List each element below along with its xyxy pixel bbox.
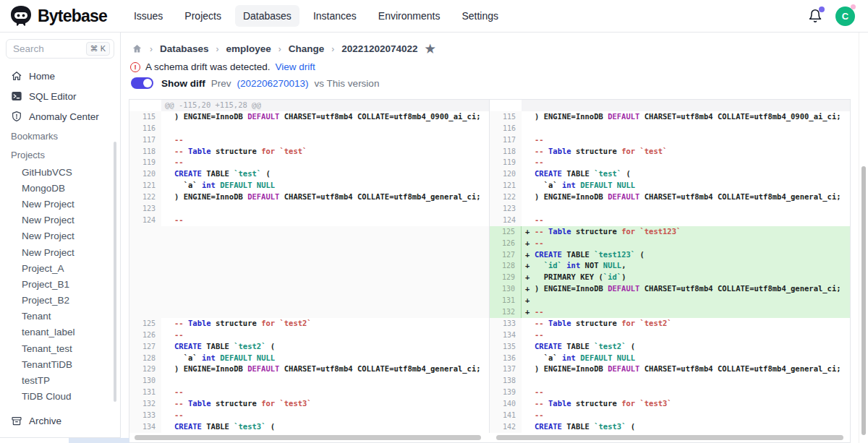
diff-code-r <box>522 203 850 215</box>
breadcrumb-employee[interactable]: employee <box>226 43 271 54</box>
diff-gutter-r: 116 <box>490 123 522 134</box>
archive-icon <box>11 416 22 427</box>
shield-icon <box>11 111 22 122</box>
bytebase-logo[interactable]: Bytebase <box>9 4 107 27</box>
diff-gutter-r: 141 <box>490 410 522 421</box>
diff-code-l: CREATE TABLE `test3` ( <box>161 421 490 433</box>
diff-gutter-r: 137 <box>490 364 522 375</box>
diff-gutter-r: 132 <box>490 306 522 318</box>
sidebar-project-new-project-2[interactable]: New Project <box>0 196 120 212</box>
diff-row: @@ -115,20 +115,28 @@ <box>129 100 850 111</box>
breadcrumb-separator: › <box>278 44 281 54</box>
nav-item-issues[interactable]: Issues <box>126 5 171 27</box>
view-drift-link[interactable]: View drift <box>276 61 315 72</box>
diff-gutter-r: 142 <box>490 421 522 433</box>
diff-gutter-l: 122 <box>129 192 161 203</box>
sidebar-project-project-a-6[interactable]: Project_A <box>0 260 120 276</box>
diff-code-r: `a` int DEFAULT NULL <box>522 353 850 364</box>
diff-row: 119 --119 -- <box>129 157 850 168</box>
breadcrumb-change[interactable]: Change <box>289 43 325 54</box>
breadcrumb-version: 20221202074022 <box>341 43 417 54</box>
breadcrumb-separator: › <box>150 44 153 54</box>
diff-row: 130+) ENGINE=InnoDB DEFAULT CHARSET=utf8… <box>129 283 850 295</box>
sidebar-project-tenanttidb-12[interactable]: TenantTiDB <box>0 356 120 372</box>
diff-code-r: ) ENGINE=InnoDB DEFAULT CHARSET=utf8mb4 … <box>522 111 850 123</box>
drift-message: A schema drift was detected. <box>145 61 271 72</box>
diff-gutter-r: 127 <box>490 249 522 261</box>
diff-code-l: `a` int DEFAULT NULL <box>161 353 490 364</box>
nav-item-settings[interactable]: Settings <box>454 5 506 27</box>
diff-row: 117 --117 -- <box>129 134 850 146</box>
right-pane-horizontal-scrollbar[interactable] <box>496 435 843 440</box>
diff-gutter-r: 115 <box>490 111 522 123</box>
sidebar-item-anomaly-center[interactable]: Anomaly Center <box>0 106 120 126</box>
diff-code-r: ) ENGINE=InnoDB DEFAULT CHARSET=utf8mb4 … <box>522 192 850 203</box>
diff-code-l: -- Table structure for `test3` <box>161 398 490 410</box>
sidebar-project-tidb-cloud-14[interactable]: TiDB Cloud <box>0 389 120 405</box>
diff-row: 127 CREATE TABLE `test2` (135 CREATE TAB… <box>129 341 850 353</box>
diff-code-l: -- <box>161 215 490 226</box>
diff-code-r: CREATE TABLE `test2` ( <box>522 341 850 353</box>
diff-gutter-l: 123 <box>129 203 161 215</box>
sidebar-project-tenant-test-11[interactable]: Tenant_test <box>0 340 120 356</box>
main-nav: IssuesProjectsDatabasesInstancesEnvironm… <box>126 5 506 27</box>
diff-gutter-r: 120 <box>490 168 522 180</box>
diff-row: 133 --141 -- <box>129 410 850 421</box>
diff-code-l: -- <box>161 134 490 146</box>
search-box[interactable]: ⌘ K <box>6 39 114 59</box>
sidebar-item-archive[interactable]: Archive <box>0 411 120 431</box>
diff-gutter-l: 130 <box>129 375 161 387</box>
nav-item-environments[interactable]: Environments <box>370 5 448 27</box>
diff-row: 132+-- <box>129 306 850 318</box>
sidebar-project-testtp-13[interactable]: testTP <box>0 372 120 388</box>
sidebar-project-new-project-5[interactable]: New Project <box>0 244 120 260</box>
prev-version-link[interactable]: (202206270013) <box>237 78 309 89</box>
diff-row: 131+ <box>129 295 850 306</box>
diff-gutter-l: 131 <box>129 387 161 398</box>
notification-bell-icon[interactable] <box>808 8 822 24</box>
diff-code-r: +-- Table structure for `test123` <box>522 226 850 238</box>
diff-gutter-l: 120 <box>129 168 161 180</box>
breadcrumb-databases[interactable]: Databases <box>160 43 209 54</box>
sidebar-item-home[interactable]: Home <box>0 66 120 86</box>
bookmark-star-icon[interactable]: ★ <box>425 44 435 54</box>
sidebar-item-label: Anomaly Center <box>29 111 99 122</box>
diff-gutter-l <box>129 249 161 261</box>
diff-toolbar: Show diff Prev (202206270013) vs This ve… <box>131 77 379 89</box>
sidebar-item-sql-editor[interactable]: SQL Editor <box>0 86 120 106</box>
diff-row: 128 `a` int DEFAULT NULL136 `a` int DEFA… <box>129 353 850 364</box>
diff-code-r <box>522 375 850 387</box>
diff-code-l: -- Table structure for `test` <box>161 146 490 158</box>
vs-label: vs This version <box>315 78 380 89</box>
sidebar-project-tenant-9[interactable]: Tenant <box>0 309 120 324</box>
show-diff-toggle[interactable] <box>131 77 153 89</box>
sidebar-project-project-b2-8[interactable]: Project_B2 <box>0 293 120 309</box>
bookmarks-section-label: Bookmarks <box>0 126 120 145</box>
user-avatar[interactable]: C <box>835 7 855 26</box>
sidebar-project-project-b1-7[interactable]: Project_B1 <box>0 276 120 292</box>
diff-row: 127+CREATE TABLE `test123` ( <box>129 249 850 261</box>
nav-item-projects[interactable]: Projects <box>176 5 229 27</box>
sidebar-project-mongodb-1[interactable]: MongoDB <box>0 180 120 196</box>
main-content: › Databases › employee › Change › 202212… <box>122 33 868 443</box>
diff-row: 129+ PRIMARY KEY (`id`) <box>129 272 850 283</box>
diff-code-l: -- Table structure for `test2` <box>161 318 490 330</box>
left-pane-horizontal-scrollbar[interactable] <box>135 435 481 440</box>
sidebar-project-githubvcs-0[interactable]: GitHubVCS <box>0 164 120 180</box>
search-input[interactable] <box>13 43 77 54</box>
sidebar-project-new-project-4[interactable]: New Project <box>0 228 120 244</box>
diff-gutter-r: 130 <box>490 283 522 295</box>
sidebar-scrollbar[interactable] <box>114 142 116 402</box>
home-icon[interactable] <box>132 43 142 54</box>
diff-row: 134 CREATE TABLE `test3` (142 CREATE TAB… <box>129 421 850 433</box>
diff-panel: @@ -115,20 +115,28 @@115 ) ENGINE=InnoDB… <box>129 99 851 443</box>
diff-gutter-l: 129 <box>129 364 161 375</box>
nav-item-instances[interactable]: Instances <box>305 5 365 27</box>
nav-item-databases[interactable]: Databases <box>235 5 299 27</box>
sidebar-project-tenant-label-10[interactable]: tenant_label <box>0 324 120 340</box>
diff-code-r: CREATE TABLE `test3` ( <box>522 421 850 433</box>
bottom-strip <box>69 438 129 443</box>
diff-code-l <box>161 272 490 283</box>
page-scrollbar-thumb[interactable] <box>861 166 866 435</box>
sidebar-project-new-project-3[interactable]: New Project <box>0 212 120 228</box>
